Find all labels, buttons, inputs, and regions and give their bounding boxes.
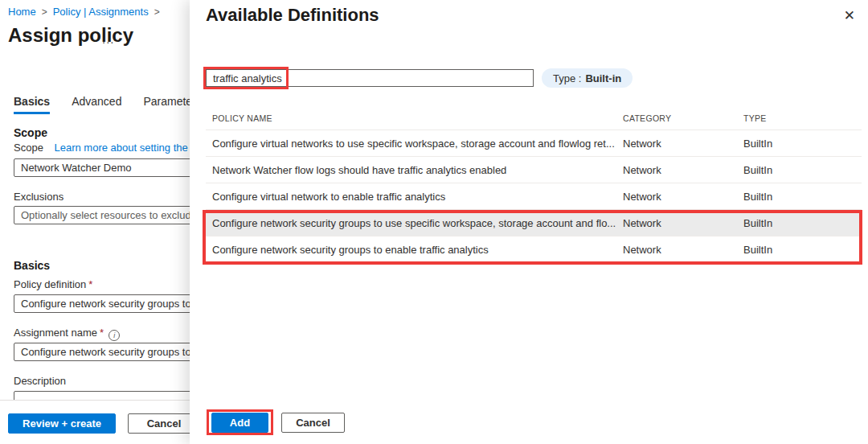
definition-search-input[interactable] xyxy=(206,69,534,87)
breadcrumb-separator: > xyxy=(42,6,47,18)
table-header: POLICY NAME CATEGORY TYPE xyxy=(206,106,862,130)
description-label: Description xyxy=(14,375,66,387)
table-row[interactable]: Configure network security groups to ena… xyxy=(206,236,862,263)
required-asterisk: * xyxy=(88,278,92,290)
available-definitions-panel: Available Definitions ✕ Type : Built-in … xyxy=(190,0,868,444)
more-options-button[interactable]: ... xyxy=(102,32,115,46)
close-icon[interactable]: ✕ xyxy=(844,7,855,24)
table-body: Configure virtual networks to use specif… xyxy=(206,130,862,263)
table-row[interactable]: Network Watcher flow logs should have tr… xyxy=(206,157,862,183)
policy-name-cell: Network Watcher flow logs should have tr… xyxy=(206,164,623,176)
policy-name-cell: Configure virtual networks to use specif… xyxy=(206,138,623,150)
type-cell: BuiltIn xyxy=(743,191,862,203)
assignment-name-label-text: Assignment name xyxy=(14,327,97,339)
policy-definition-label: Policy definition* xyxy=(14,278,92,290)
scope-section-heading: Scope xyxy=(14,126,47,139)
required-asterisk: * xyxy=(100,327,104,339)
type-filter-prefix: Type : xyxy=(553,72,581,84)
breadcrumb: Home > Policy | Assignments > xyxy=(8,6,160,18)
column-category[interactable]: CATEGORY xyxy=(623,113,743,123)
basics-section-heading: Basics xyxy=(14,259,50,272)
assignment-name-label: Assignment name*i xyxy=(14,327,120,341)
info-icon[interactable]: i xyxy=(108,330,120,341)
scope-label: Scope xyxy=(14,142,43,154)
scope-label-row: Scope Learn more about setting the s xyxy=(14,142,196,154)
type-cell: BuiltIn xyxy=(743,164,862,176)
category-cell: Network xyxy=(623,164,743,176)
tab-basics[interactable]: Basics xyxy=(14,95,50,114)
column-type[interactable]: TYPE xyxy=(743,113,862,123)
table-row[interactable]: Configure virtual networks to use specif… xyxy=(206,130,862,157)
type-cell: BuiltIn xyxy=(743,138,862,150)
breadcrumb-policy-assignments-link[interactable]: Policy | Assignments xyxy=(53,6,149,18)
table-row-selected[interactable]: Configure network security groups to use… xyxy=(206,210,862,236)
policy-name-cell: Configure virtual network to enable traf… xyxy=(206,191,623,203)
type-filter-pill[interactable]: Type : Built-in xyxy=(542,68,633,88)
policy-name-cell: Configure network security groups to use… xyxy=(206,217,623,229)
table-row[interactable]: Configure virtual network to enable traf… xyxy=(206,183,862,210)
review-create-button[interactable]: Review + create xyxy=(8,413,116,434)
category-cell: Network xyxy=(623,191,743,203)
policy-definition-label-text: Policy definition xyxy=(14,278,86,290)
exclusions-label: Exclusions xyxy=(14,191,63,203)
add-button[interactable]: Add xyxy=(211,413,268,433)
policy-name-cell: Configure network security groups to ena… xyxy=(206,244,623,256)
scope-learn-more-link[interactable]: Learn more about setting the s xyxy=(55,142,196,154)
category-cell: Network xyxy=(623,138,743,150)
page-title: Assign policy xyxy=(8,24,133,47)
category-cell: Network xyxy=(623,244,743,256)
tab-bar: Basics Advanced Parameters xyxy=(14,95,202,114)
breadcrumb-separator: > xyxy=(154,6,160,18)
tab-advanced[interactable]: Advanced xyxy=(72,95,121,114)
type-filter-value: Built-in xyxy=(585,72,621,84)
type-cell: BuiltIn xyxy=(743,217,862,229)
breadcrumb-home-link[interactable]: Home xyxy=(8,6,36,18)
type-cell: BuiltIn xyxy=(743,244,862,256)
panel-cancel-button[interactable]: Cancel xyxy=(281,413,345,433)
category-cell: Network xyxy=(623,217,743,229)
panel-title: Available Definitions xyxy=(206,5,379,26)
column-policy-name[interactable]: POLICY NAME xyxy=(206,113,623,123)
